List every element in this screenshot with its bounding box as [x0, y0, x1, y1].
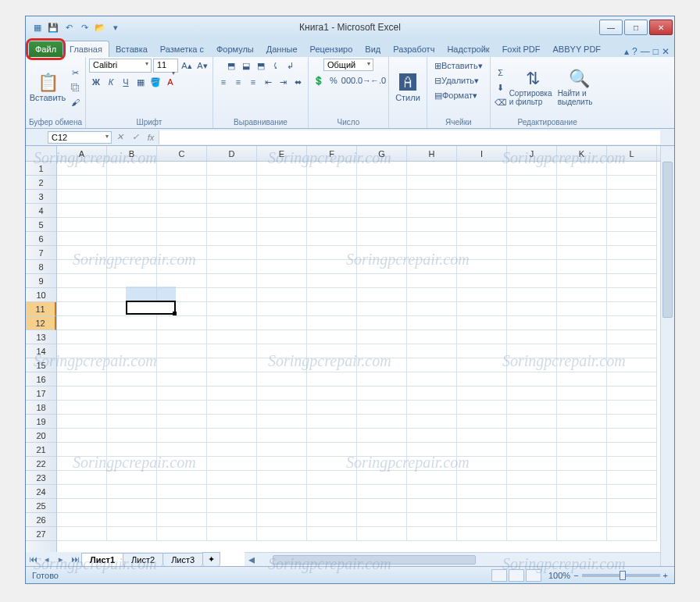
find-select-button[interactable]: 🔍 Найти и выделить [558, 62, 602, 113]
fill-icon[interactable]: ⬇ [494, 80, 508, 94]
cell[interactable] [407, 302, 457, 316]
cancel-formula-icon[interactable]: ✕ [112, 132, 127, 142]
number-format-combo[interactable]: Общий [323, 59, 373, 71]
cell[interactable] [357, 401, 407, 415]
cell[interactable] [357, 513, 407, 527]
align-bottom-icon[interactable]: ⬒ [254, 59, 268, 73]
cell[interactable] [407, 415, 457, 429]
cell[interactable] [607, 429, 657, 443]
cell[interactable] [307, 204, 357, 218]
cell[interactable] [157, 344, 207, 358]
tab-formulas[interactable]: Формулы [210, 41, 260, 57]
cell[interactable] [457, 274, 507, 288]
cell[interactable] [407, 499, 457, 513]
font-name-combo[interactable]: Calibri [89, 59, 152, 73]
cell[interactable] [157, 386, 207, 401]
cell[interactable] [257, 162, 307, 176]
cell[interactable] [357, 457, 407, 471]
cell[interactable] [257, 260, 307, 274]
view-normal-icon[interactable] [491, 569, 507, 582]
tab-home[interactable]: Главная [62, 41, 109, 57]
vertical-scrollbar[interactable] [660, 146, 674, 566]
cell[interactable] [557, 499, 607, 513]
cell[interactable] [207, 358, 257, 372]
cell[interactable] [57, 190, 107, 204]
cell[interactable] [457, 415, 507, 429]
cell[interactable] [307, 527, 357, 541]
cell[interactable] [607, 527, 657, 541]
cell[interactable] [357, 260, 407, 274]
cell[interactable] [557, 401, 607, 415]
cell[interactable] [507, 302, 557, 316]
qat-dropdown-icon[interactable]: ▾ [109, 20, 123, 34]
cell[interactable] [307, 485, 357, 499]
cell[interactable] [107, 330, 157, 344]
cell[interactable] [457, 316, 507, 330]
cell[interactable] [507, 344, 557, 358]
clear-icon[interactable]: ⌫ [494, 95, 508, 109]
cell[interactable] [257, 527, 307, 541]
cell[interactable] [357, 527, 407, 541]
col-header-A[interactable]: A [57, 146, 107, 161]
excel-icon[interactable]: ▦ [30, 20, 45, 34]
cell[interactable] [507, 513, 557, 527]
cut-icon[interactable]: ✂ [68, 66, 82, 80]
merge-icon[interactable]: ⬌ [291, 75, 305, 89]
cell[interactable] [207, 204, 257, 218]
cell[interactable] [407, 386, 457, 401]
cell[interactable] [357, 415, 407, 429]
cell[interactable] [307, 344, 357, 358]
cell[interactable] [207, 443, 257, 457]
collapse-ribbon-icon[interactable]: ▴ [624, 46, 629, 57]
cell[interactable] [357, 429, 407, 443]
cell[interactable] [107, 513, 157, 527]
row-header-22[interactable]: 22 [26, 457, 56, 471]
cell[interactable] [407, 260, 457, 274]
cell[interactable] [507, 218, 557, 232]
cell[interactable] [457, 302, 507, 316]
cell[interactable] [207, 457, 257, 471]
cell[interactable] [57, 162, 107, 176]
fx-icon[interactable]: fx [143, 133, 159, 142]
enter-formula-icon[interactable]: ✓ [127, 132, 143, 142]
cell[interactable] [207, 330, 257, 344]
cell[interactable] [357, 330, 407, 344]
row-header-11[interactable]: 11 [26, 302, 56, 316]
percent-icon[interactable]: % [327, 73, 341, 87]
align-center-icon[interactable]: ≡ [231, 75, 245, 89]
horizontal-scrollbar[interactable]: ◂ [245, 552, 660, 566]
cell[interactable] [507, 232, 557, 246]
cell[interactable] [157, 218, 207, 232]
row-header-15[interactable]: 15 [26, 358, 56, 372]
cell[interactable] [157, 190, 207, 204]
cell[interactable] [107, 499, 157, 513]
cell[interactable] [57, 260, 107, 274]
cell[interactable] [257, 372, 307, 386]
cell[interactable] [307, 302, 357, 316]
cell[interactable] [607, 162, 657, 176]
cell[interactable] [557, 386, 607, 401]
cell[interactable] [457, 330, 507, 344]
cell[interactable] [357, 358, 407, 372]
cell[interactable] [407, 218, 457, 232]
cell[interactable] [457, 190, 507, 204]
cell[interactable] [307, 176, 357, 190]
cell[interactable] [357, 288, 407, 302]
cell[interactable] [307, 499, 357, 513]
cell[interactable] [307, 232, 357, 246]
cell[interactable] [507, 176, 557, 190]
cell[interactable] [207, 372, 257, 386]
cell[interactable] [607, 513, 657, 527]
cell[interactable] [507, 246, 557, 260]
cell[interactable] [157, 246, 207, 260]
cell[interactable] [107, 358, 157, 372]
col-header-H[interactable]: H [407, 146, 457, 161]
cell[interactable] [57, 527, 107, 541]
cell[interactable] [407, 274, 457, 288]
increase-decimal-icon[interactable]: .0→ [356, 73, 370, 87]
maximize-button[interactable]: □ [624, 20, 648, 35]
cell[interactable] [357, 443, 407, 457]
cell[interactable] [207, 344, 257, 358]
active-cell[interactable] [126, 301, 176, 315]
cell[interactable] [107, 386, 157, 401]
